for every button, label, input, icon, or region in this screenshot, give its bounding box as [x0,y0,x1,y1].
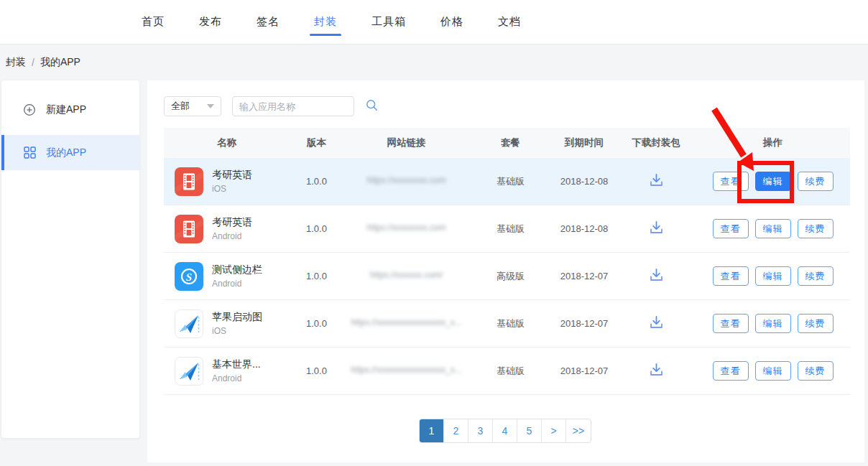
app-name: 考研英语 [212,169,252,182]
view-button[interactable]: 查看 [713,314,749,333]
paper-bird-icon [175,309,203,338]
app-platform: Android [212,279,262,289]
app-expiry: 2018-12-07 [552,271,617,281]
sidebar-item-label: 新建APP [46,103,86,116]
download-icon[interactable] [648,267,665,283]
paper-bird-icon [175,357,203,386]
column-header-download: 下载封装包 [617,136,696,149]
app-plan: 基础版 [469,317,552,330]
sidebar-item-new-app[interactable]: 新建APP [1,92,139,127]
app-platform: Android [212,231,252,241]
app-packaging-page: 首页 发布 签名 封装 工具箱 价格 文档 封装 / 我的APP 新建APP 我… [0,0,868,466]
next-page-button[interactable]: > [542,419,566,442]
app-name-cell: 基本世界... Android [164,357,290,386]
actions-cell: 查看 编辑 续费 [696,361,850,381]
download-icon[interactable] [648,220,665,236]
view-button[interactable]: 查看 [713,266,749,286]
sidebar-item-my-app[interactable]: 我的APP [1,135,139,170]
app-plan: 基础版 [469,365,552,378]
nav-item-price[interactable]: 价格 [440,0,463,45]
view-button[interactable]: 查看 [713,219,749,238]
download-cell [617,362,696,380]
table-body: 考研英语 iOS 1.0.0 https://xxxxxxxx.com 基础版 … [164,158,850,395]
app-version: 1.0.0 [290,176,343,187]
page-button-4[interactable]: 4 [493,419,517,442]
app-name-cell: 考研英语 Android [164,215,290,243]
table-header-row: 名称 版本 网站链接 套餐 到期时间 下载封装包 操作 [164,128,850,158]
app-name: 测试侧边栏 [212,264,262,276]
download-cell [617,267,696,285]
last-page-button[interactable]: >> [566,419,591,442]
app-link-blurred: https://xxxxxxxx.com [366,223,445,233]
column-header-plan: 套餐 [469,136,552,149]
view-button[interactable]: 查看 [713,172,749,191]
actions-cell: 查看 编辑 续费 [696,172,850,191]
nav-item-docs[interactable]: 文档 [498,0,521,45]
app-version: 1.0.0 [290,271,343,281]
filter-select-value: 全部 [171,100,190,113]
page-button-3[interactable]: 3 [468,419,493,442]
film-icon [175,215,203,243]
apps-table: 名称 版本 网站链接 套餐 到期时间 下载封装包 操作 考研英语 iOS 1.0… [164,128,850,395]
download-cell [617,220,696,238]
column-header-name: 名称 [164,136,290,149]
nav-item-publish[interactable]: 发布 [199,0,222,45]
breadcrumb: 封装 / 我的APP [6,45,80,80]
app-platform: iOS [212,326,262,336]
renew-button[interactable]: 续费 [798,361,834,381]
nav-item-home[interactable]: 首页 [142,0,165,45]
edit-button[interactable]: 编辑 [755,172,791,191]
app-link-cell: https://xxxxxxxxxxxxxxxx_x... [343,365,469,377]
edit-button[interactable]: 编辑 [755,219,791,238]
edit-button[interactable]: 编辑 [755,266,791,286]
svg-text:S: S [186,271,192,282]
renew-button[interactable]: 续费 [798,172,834,191]
column-header-expiry: 到期时间 [552,136,617,149]
app-link-blurred: https://xxxxxxxxxxxxxxxx_x... [351,317,462,327]
app-expiry: 2018-12-08 [552,176,617,187]
app-name-cell: S 测试侧边栏 Android [164,262,290,291]
view-button[interactable]: 查看 [713,361,749,381]
renew-button[interactable]: 续费 [798,219,834,238]
search-box [232,96,354,116]
nav-item-package[interactable]: 封装 [314,0,337,45]
filter-select[interactable]: 全部 [164,96,221,116]
actions-cell: 查看 编辑 续费 [696,314,850,333]
renew-button[interactable]: 续费 [798,266,834,286]
app-link-blurred: https://xxxxxxxxxxxxxxxx_x... [351,365,462,375]
column-header-version: 版本 [290,136,343,149]
app-link-cell: https://xxxxxx.com/ [343,270,469,282]
app-plan: 基础版 [469,223,552,236]
edit-button[interactable]: 编辑 [755,361,791,381]
chevron-down-icon [207,104,214,108]
download-icon[interactable] [648,362,665,378]
page-button-2[interactable]: 2 [444,419,468,442]
page-button-5[interactable]: 5 [517,419,542,442]
nav-item-toolbox[interactable]: 工具箱 [371,0,406,45]
app-link-cell: https://xxxxxxxx.com [343,175,469,187]
breadcrumb-section[interactable]: 封装 [6,56,26,69]
table-row: S 测试侧边栏 Android 1.0.0 https://xxxxxx.com… [164,253,850,300]
column-header-link: 网站链接 [343,136,469,149]
app-platform: Android [212,373,261,383]
app-version: 1.0.0 [290,365,343,376]
app-expiry: 2018-12-07 [552,318,617,329]
app-link-blurred: https://xxxxxxxx.com [366,175,445,185]
page-button-1[interactable]: 1 [420,419,444,442]
search-icon[interactable] [366,99,378,114]
download-icon[interactable] [648,314,665,330]
app-platform: iOS [212,184,252,194]
grid-icon [23,146,36,159]
breadcrumb-separator: / [32,57,34,68]
renew-button[interactable]: 续费 [798,314,834,333]
app-name-cell: 苹果启动图 iOS [164,309,290,338]
search-input[interactable] [239,101,366,112]
nav-item-sign[interactable]: 签名 [257,0,280,45]
edit-button[interactable]: 编辑 [755,314,791,333]
plus-circle-icon [23,103,36,116]
sidebar-item-label: 我的APP [46,146,86,159]
actions-cell: 查看 编辑 续费 [696,266,850,286]
download-icon[interactable] [648,172,665,188]
app-link-cell: https://xxxxxxxx.com [343,223,469,235]
app-plan: 基础版 [469,175,552,188]
